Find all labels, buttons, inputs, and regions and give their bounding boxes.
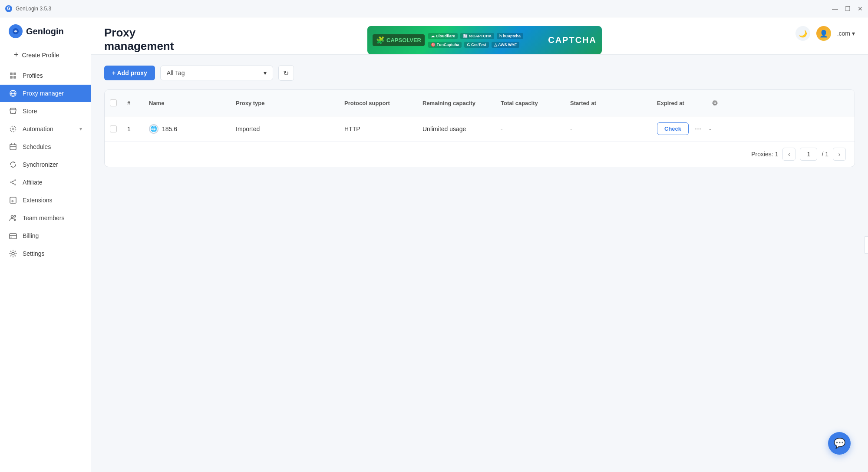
banner-service-recaptcha: 🔄 reCAPTCHA bbox=[460, 33, 494, 39]
sidebar-item-affiliate[interactable]: Affiliate bbox=[0, 174, 91, 191]
billing-icon bbox=[9, 231, 17, 240]
automation-icon bbox=[9, 125, 17, 133]
main-layout: Genlogin + Create Profile ProfilesProxy … bbox=[0, 17, 868, 472]
dark-mode-button[interactable]: 🌙 bbox=[795, 26, 810, 41]
domain-selector[interactable]: .com ▾ bbox=[837, 30, 855, 37]
toolbar: + Add proxy All Tag ▾ ↻ bbox=[104, 65, 855, 81]
sidebar-item-store[interactable]: Store bbox=[0, 102, 91, 120]
restore-button[interactable]: ❐ bbox=[845, 5, 851, 12]
svg-point-22 bbox=[11, 216, 13, 218]
sidebar-item-proxy-manager[interactable]: Proxy manager bbox=[0, 85, 91, 102]
expired-at: - bbox=[709, 125, 711, 132]
title-bar: G GenLogin 3.5.3 — ❐ ✕ bbox=[0, 0, 868, 17]
minimize-button[interactable]: — bbox=[832, 5, 838, 12]
plus-icon: + bbox=[14, 50, 19, 59]
sidebar-item-extensions[interactable]: Extensions bbox=[0, 191, 91, 209]
sidebar-item-team-members[interactable]: Team members bbox=[0, 209, 91, 227]
sidebar-item-label-team-members: Team members bbox=[23, 215, 82, 221]
create-profile-label: Create Profile bbox=[22, 52, 59, 59]
proxy-table: # Name Proxy type Protocol support Remai… bbox=[104, 89, 855, 167]
store-icon bbox=[9, 107, 17, 116]
row-name-cell: 🌐 185.6 bbox=[144, 118, 231, 140]
row-checkbox[interactable] bbox=[110, 125, 117, 132]
create-profile-button[interactable]: + Create Profile bbox=[5, 47, 86, 63]
moon-icon: 🌙 bbox=[799, 30, 807, 38]
sidebar-nav: ProfilesProxy managerStoreAutomation▾Sch… bbox=[0, 66, 91, 263]
add-proxy-label: + Add proxy bbox=[112, 69, 147, 76]
row-number-cell: 1 bbox=[122, 119, 144, 139]
next-page-button[interactable]: › bbox=[833, 148, 846, 161]
sidebar-item-automation[interactable]: Automation▾ bbox=[0, 120, 91, 138]
check-button[interactable]: Check bbox=[657, 122, 689, 135]
app-title: GenLogin 3.5.3 bbox=[16, 6, 832, 12]
refresh-button[interactable]: ↻ bbox=[278, 65, 294, 81]
close-button[interactable]: ✕ bbox=[858, 5, 863, 12]
prev-page-button[interactable]: ‹ bbox=[782, 148, 795, 161]
sidebar-collapse-button[interactable]: ‹ bbox=[865, 236, 868, 254]
page-number-input[interactable] bbox=[800, 148, 817, 161]
header-right: 🌙 👤 .com ▾ bbox=[795, 26, 855, 50]
sidebar-logo: Genlogin bbox=[0, 24, 91, 47]
sidebar-item-profiles[interactable]: Profiles bbox=[0, 67, 91, 84]
user-avatar[interactable]: 👤 bbox=[816, 26, 831, 41]
select-all-checkbox[interactable] bbox=[110, 99, 117, 106]
sidebar-item-label-extensions: Extensions bbox=[23, 197, 82, 204]
row-actions-cell: Check ··· bbox=[652, 116, 704, 141]
sidebar-item-settings[interactable]: Settings bbox=[0, 245, 91, 262]
started-at: - bbox=[570, 125, 572, 132]
th-expired-at: Expired at bbox=[652, 90, 704, 116]
svg-rect-3 bbox=[10, 76, 13, 79]
banner-service-cloudflare: ☁ Cloudflare bbox=[428, 33, 458, 39]
chat-button[interactable]: 💬 bbox=[828, 432, 851, 455]
logo-text: Genlogin bbox=[26, 26, 64, 36]
remaining-capacity: Unlimited usage bbox=[422, 125, 466, 132]
team-members-icon bbox=[9, 214, 17, 222]
banner-service-hcaptcha: h hCaptcha bbox=[497, 33, 523, 39]
tag-dropdown-value: All Tag bbox=[167, 69, 185, 76]
banner-service-awswaf: △ AWS WAF bbox=[492, 42, 519, 48]
sidebar-item-schedules[interactable]: Schedules bbox=[0, 138, 91, 155]
row-protocol-cell: HTTP bbox=[339, 119, 417, 139]
schedules-icon bbox=[9, 142, 17, 151]
add-proxy-button[interactable]: + Add proxy bbox=[104, 66, 155, 80]
row-number: 1 bbox=[127, 125, 131, 132]
row-proxy-type-cell: Imported bbox=[231, 119, 339, 139]
th-started-at: Started at bbox=[565, 90, 652, 116]
synchronizer-icon bbox=[9, 160, 17, 169]
profiles-icon bbox=[9, 71, 17, 80]
domain-label: .com bbox=[837, 30, 850, 37]
settings-icon bbox=[9, 249, 17, 258]
total-pages: / 1 bbox=[822, 151, 828, 158]
banner-service-funcaptcha: 🎯 FunCaptcha bbox=[428, 42, 462, 48]
svg-rect-4 bbox=[13, 76, 16, 79]
row-total-capacity-cell: - bbox=[495, 119, 565, 139]
banner-captcha-text: CAPTCHA bbox=[548, 35, 597, 45]
advertisement-banner[interactable]: 🧩 CAPSOLVER ☁ Cloudflare 🔄 reCAPTCHA h h… bbox=[367, 26, 602, 54]
tag-dropdown[interactable]: All Tag ▾ bbox=[160, 66, 273, 80]
table-header: # Name Proxy type Protocol support Remai… bbox=[105, 90, 855, 116]
row-started-at-cell: - bbox=[565, 119, 652, 139]
svg-point-18 bbox=[14, 184, 16, 185]
content-area: ‹ Proxy management 🧩 CAPSOLVER ☁ Cloudfl… bbox=[91, 17, 868, 472]
svg-point-17 bbox=[14, 179, 16, 181]
svg-point-8 bbox=[12, 113, 13, 114]
svg-rect-26 bbox=[10, 237, 12, 238]
th-name: Name bbox=[144, 90, 231, 116]
sidebar-item-billing[interactable]: Billing bbox=[0, 227, 91, 244]
more-options-button[interactable]: ··· bbox=[692, 122, 704, 135]
sidebar: Genlogin + Create Profile ProfilesProxy … bbox=[0, 17, 91, 472]
header-banner[interactable]: 🧩 CAPSOLVER ☁ Cloudflare 🔄 reCAPTCHA h h… bbox=[182, 26, 786, 54]
table-settings-button[interactable]: ⚙ bbox=[709, 96, 720, 110]
th-total-capacity: Total capacity bbox=[495, 90, 565, 116]
sidebar-item-label-store: Store bbox=[23, 108, 82, 115]
globe-icon: 🌐 bbox=[149, 124, 158, 134]
content-body: + Add proxy All Tag ▾ ↻ # Name bbox=[91, 55, 868, 472]
svg-rect-12 bbox=[10, 144, 16, 150]
banner-service-geetest: G GeeTest bbox=[464, 42, 488, 48]
sidebar-item-synchronizer[interactable]: Synchronizer bbox=[0, 156, 91, 173]
th-number: # bbox=[122, 90, 144, 116]
proxy-type: Imported bbox=[236, 125, 260, 132]
logo-icon bbox=[9, 24, 23, 38]
pagination: Proxies: 1 ‹ / 1 › bbox=[105, 142, 855, 167]
proxy-name: 185.6 bbox=[162, 125, 177, 132]
